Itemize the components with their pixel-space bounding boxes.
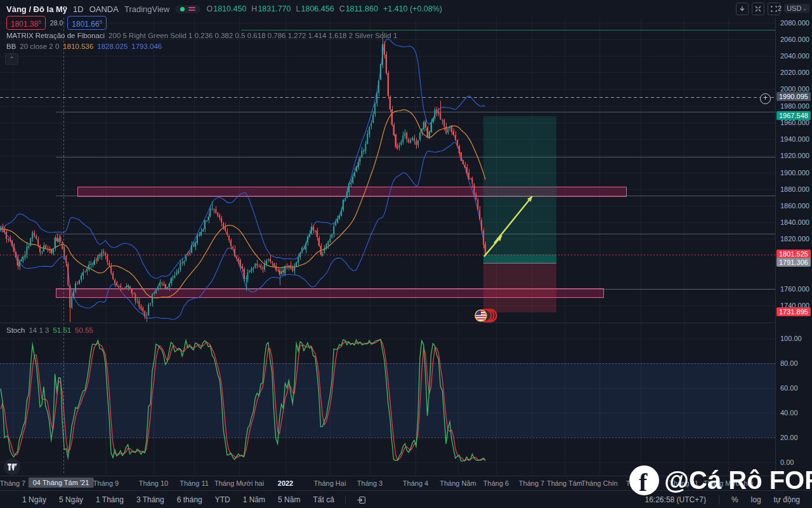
change-value: +1.410 (+0.08%) [383,4,442,13]
watermark: f @Cá Rô FOREX [629,465,812,495]
stoch-tick: 60.00 [780,384,798,392]
range-buttons: 1 Ngày5 Ngày1 Tháng3 Tháng6 thángYTD1 Nă… [0,493,340,506]
indicator-matrix-row[interactable]: MATRIX Retração de Fibonaci 200 5 Right … [6,31,397,40]
time-axis-label[interactable]: Tháng Chín [581,479,617,487]
chart-canvas[interactable] [0,0,812,508]
watermark-text: @Cá Rô FOREX [664,466,812,495]
ohlc-readout: O1810.450 H1831.770 L1806.456 C1811.860 … [206,4,442,13]
stoch-k-value: 51.51 [53,326,71,334]
time-axis-label[interactable]: Tháng Tám [547,479,582,487]
pane-controls [736,3,780,15]
time-axis-selected-date[interactable]: 04 Tháng Tám '21 [29,478,94,488]
matrix-params: 200 5 Right Green Solid 1 0.236 0.382 0.… [108,32,397,39]
range-button[interactable]: 1 Năm [237,493,271,506]
range-button[interactable]: 1 Ngày [16,493,52,506]
bb-params: 20 close 2 0 [20,43,59,50]
range-button[interactable]: 5 Năm [272,493,306,506]
price-badge: 1967.548 [776,111,811,120]
exchange-label[interactable]: OANDA [89,4,119,14]
range-button[interactable]: Tất cả [307,493,339,506]
time-axis-label[interactable]: Tháng 3 [357,479,383,487]
replay-bars-icon [188,7,195,11]
time-axis-label[interactable]: Tháng Hai [314,479,346,487]
time-axis-label[interactable]: Tháng 10 [139,479,168,487]
axis-left-value[interactable]: 2 [778,4,782,12]
price-tick: 2080.000 [780,19,809,27]
low-value: 1806.456 [301,4,334,13]
maximize-pane-button[interactable] [752,3,764,15]
market-status-icon [180,7,185,11]
price-tick: 1760.000 [780,285,809,293]
open-value: 1810.450 [213,4,246,13]
time-axis-label[interactable]: Tháng 9 [93,479,119,487]
chart-header: Vàng / Đô la Mỹ 1D OANDA TradingView O18… [6,3,442,15]
currency-select[interactable]: USD⌄ [784,4,809,13]
percent-scale-button[interactable]: % [726,493,744,506]
price-axis[interactable]: 2080.0002060.0002040.0002020.0002000.000… [775,18,812,476]
range-button[interactable]: 5 Ngày [53,493,89,506]
facebook-icon: f [629,465,659,495]
pane-divider[interactable] [0,323,775,323]
price-tick: 2060.000 [780,36,809,43]
clock-label[interactable]: 16:26:58 (UTC+7) [645,495,712,504]
brand-label: TradingView [124,4,170,14]
time-axis-label[interactable]: Tháng 11 [180,479,209,487]
price-tick: 1840.000 [780,218,809,226]
price-badge: 1791.306 [776,258,811,267]
country-flags-icon[interactable] [473,308,499,323]
symbol-title[interactable]: Vàng / Đô la Mỹ [6,4,67,14]
sell-button[interactable]: 1801.385 [6,16,46,30]
spread-value: 28.0 [50,19,63,27]
scroll-to-recent-button[interactable] [736,3,749,15]
range-button[interactable]: 6 tháng [171,493,208,506]
bb-upper-value: 1828.025 [97,43,128,50]
stoch-tick: 0.00 [780,458,794,466]
chevron-down-icon: ⌄ [802,6,807,11]
high-value: 1831.770 [258,4,291,13]
alert-plus-icon[interactable]: + [760,93,771,104]
stoch-tick: 20.00 [780,434,798,441]
range-button[interactable]: 1 Tháng [90,493,129,506]
matrix-name: MATRIX Retração de Fibonaci [6,32,105,39]
time-axis-label[interactable]: Tháng 7 [0,479,25,487]
goto-date-button[interactable] [351,494,372,506]
tradingview-logo[interactable] [4,458,20,475]
toolbar-divider [345,495,346,505]
price-tick: 1880.000 [780,185,809,193]
price-tick: 2020.000 [780,69,809,76]
buy-button[interactable]: 1801.665 [67,16,107,30]
legend-collapse-button[interactable]: ⌃ [5,53,18,65]
close-value: 1811.860 [346,4,378,13]
status-pill[interactable] [175,5,200,13]
stoch-name: Stoch [6,326,25,334]
bb-name: BB [6,43,16,50]
tradingview-chart-window: Vàng / Đô la Mỹ 1D OANDA TradingView O18… [0,0,812,508]
price-tick: 1940.000 [780,135,809,143]
timeframe-select[interactable]: 1D [73,4,84,14]
time-axis-label[interactable]: Tháng 4 [403,479,428,487]
stoch-params: 14 1 3 [29,326,49,334]
indicator-bb-row[interactable]: BB 20 close 2 0 1810.536 1828.025 1793.0… [6,42,162,51]
price-axis-settings: 2 USD⌄ 0 [778,4,812,13]
price-badge: 1990.095 [776,92,811,101]
time-axis-label[interactable]: Tháng Năm [440,479,476,487]
time-axis-label[interactable]: Tháng Mười hai [214,479,264,487]
price-tick: 1820.000 [780,235,809,243]
bb-lower-value: 1793.046 [131,43,162,50]
price-tick: 1860.000 [780,202,809,210]
range-button[interactable]: 3 Tháng [131,493,170,506]
time-axis-label[interactable]: 2022 [278,479,293,487]
indicator-stoch-row[interactable]: Stoch 14 1 3 51.51 50.55 [6,326,93,335]
price-tick: 2040.000 [780,52,809,60]
price-tick: 1920.000 [780,152,809,159]
auto-scale-button[interactable]: tự động [768,493,806,506]
price-badge: 1731.895 [776,307,811,316]
price-tick: 1900.000 [780,169,809,177]
log-scale-button[interactable]: log [745,493,767,506]
time-axis-label[interactable]: Tháng 7 [519,479,544,487]
range-button[interactable]: YTD [209,493,236,506]
time-axis-label[interactable]: Tháng 6 [483,479,509,487]
price-tick: 1980.000 [780,102,809,110]
stoch-d-value: 50.55 [75,326,93,334]
stoch-tick: 100.00 [780,335,802,342]
